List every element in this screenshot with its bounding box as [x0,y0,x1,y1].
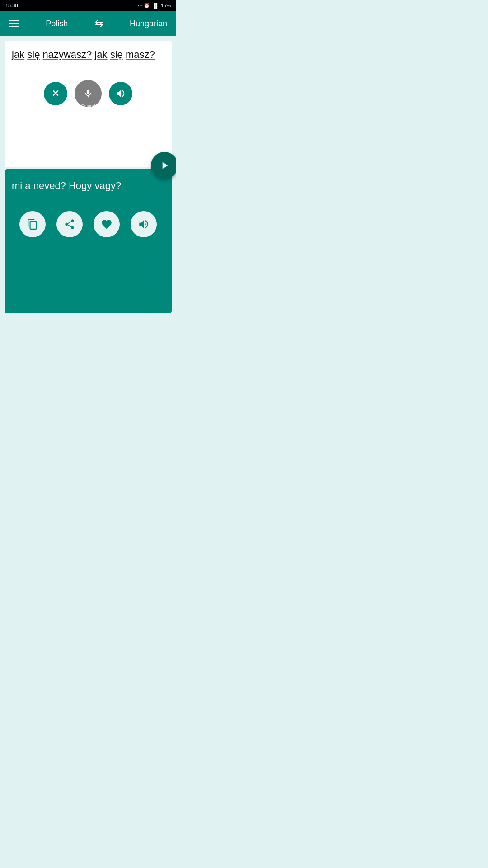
mic-icon [83,89,93,99]
translation-speaker-icon [138,218,150,230]
status-icons: ··· ⏰ ▐▌ 15% [138,3,171,9]
status-time: 15:38 [5,3,18,8]
share-button[interactable] [56,211,83,237]
input-actions: ✕ Copied [12,80,164,112]
word-jak2: jak [94,49,107,60]
target-language-button[interactable]: Hungarian [130,19,167,28]
word-sie1: się [27,49,40,60]
copy-icon [27,218,38,230]
copy-button[interactable] [19,211,46,237]
input-wrapper: jak się nazywasz? jak się masz? ✕ Copied [0,41,176,167]
send-icon [159,160,170,171]
heart-icon [101,218,113,230]
sim-icon: ▐▌ [152,3,159,8]
battery-icon: 15% [161,3,171,8]
input-section[interactable]: jak się nazywasz? jak się masz? ✕ Copied [5,41,172,167]
favorite-button[interactable] [94,211,120,237]
word-masz: masz? [126,49,155,60]
translate-button[interactable] [151,152,176,179]
translation-text: mi a neved? Hogy vagy? [12,178,164,193]
share-icon [64,218,75,230]
input-text: jak się nazywasz? jak się masz? [12,48,164,62]
copied-label: Copied [81,104,95,108]
toolbar: Polish ⇆ Hungarian [0,11,176,36]
speaker-button[interactable] [109,82,132,105]
status-bar: 15:38 ··· ⏰ ▐▌ 15% [0,0,176,11]
alarm-icon: ⏰ [144,3,150,9]
word-jak1: jak [12,49,24,60]
mic-button[interactable]: Copied [75,80,102,107]
speaker-icon [116,89,126,99]
translation-speaker-button[interactable] [131,211,157,237]
translation-section: mi a neved? Hogy vagy? [5,169,172,313]
dots-icon: ··· [138,3,142,8]
menu-button[interactable] [9,20,19,27]
word-nazywasz: nazywasz? [43,49,92,60]
word-sie2: się [110,49,123,60]
clear-button[interactable]: ✕ [44,82,67,105]
translation-actions [12,207,164,237]
swap-languages-button[interactable]: ⇆ [95,18,103,29]
source-language-button[interactable]: Polish [46,19,68,28]
